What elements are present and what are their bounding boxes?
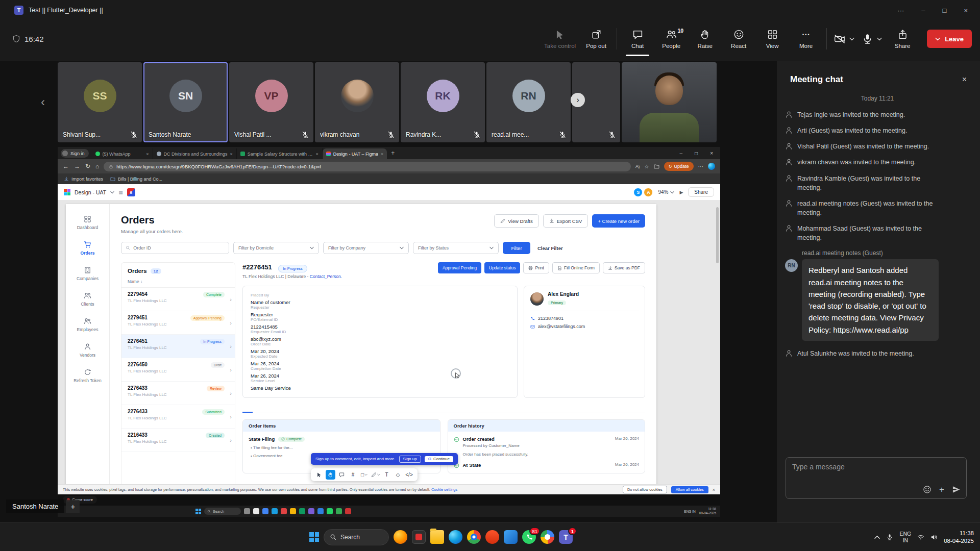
- canvas-scrollbar[interactable]: [716, 207, 719, 263]
- signup-button[interactable]: Sign up: [399, 456, 421, 463]
- comment-tool-icon[interactable]: [337, 470, 347, 480]
- update-status-button[interactable]: Update status: [484, 262, 520, 273]
- message-input[interactable]: [792, 463, 960, 471]
- save-as-pdf-button[interactable]: Save as PDF: [603, 262, 645, 273]
- shared-taskbar-icon[interactable]: [299, 508, 305, 514]
- sidebar-item-clients[interactable]: Clients: [81, 292, 94, 307]
- contact-email[interactable]: alex@vstatefilings.com: [530, 324, 639, 329]
- present-icon[interactable]: ▶: [679, 190, 683, 195]
- browser-update-button[interactable]: ↻Update: [664, 162, 694, 171]
- home-icon[interactable]: ⌂: [95, 163, 99, 170]
- taskbar-clock[interactable]: 11:38 08-04-2025: [944, 530, 974, 545]
- filter-apply-button[interactable]: Filter: [503, 242, 530, 254]
- back-icon[interactable]: ←: [63, 163, 69, 170]
- participant-tile[interactable]: vikram chavan: [315, 62, 399, 142]
- leave-options-chevron-icon[interactable]: [935, 37, 940, 41]
- order-row[interactable]: 2276451 TL Flex Holdings LLC In Progress…: [121, 335, 235, 358]
- tab-close-icon[interactable]: ×: [381, 152, 383, 157]
- close-button[interactable]: ×: [964, 7, 968, 14]
- cookie-close-icon[interactable]: ×: [713, 487, 715, 492]
- pen-tool-icon[interactable]: [371, 470, 380, 480]
- chrome-icon[interactable]: [467, 530, 481, 544]
- browser-tab[interactable]: (5) WhatsApp ×: [92, 148, 153, 159]
- shared-taskbar-icon[interactable]: [281, 508, 287, 514]
- react-button[interactable]: React: [725, 29, 752, 49]
- sidebar-item-dashboard[interactable]: Dashboard: [77, 215, 99, 230]
- browser-tab[interactable]: DC Divisions and Surroundings ×: [153, 148, 237, 159]
- shared-taskbar-icon[interactable]: [336, 508, 342, 514]
- figma-pages-icon[interactable]: ▦: [118, 190, 123, 195]
- shared-taskbar-icon[interactable]: [272, 508, 278, 514]
- firefox-icon[interactable]: [394, 530, 407, 544]
- detail-tab[interactable]: [263, 406, 273, 413]
- detail-tab[interactable]: [283, 406, 293, 413]
- collaborator-avatar[interactable]: S: [633, 188, 643, 197]
- tab-close-icon[interactable]: ×: [230, 152, 233, 157]
- order-id-input[interactable]: [133, 245, 225, 251]
- participant-tile[interactable]: SS Shivani Sup...: [58, 62, 142, 142]
- print-button[interactable]: Print: [523, 262, 549, 273]
- raise-hand-button[interactable]: Raise: [692, 29, 718, 49]
- strip-scroll-left-icon[interactable]: ‹: [41, 95, 45, 109]
- tray-expand-icon[interactable]: [874, 535, 880, 539]
- participant-tile[interactable]: RK Ravindra K...: [401, 62, 485, 142]
- chat-compose-box[interactable]: +: [786, 457, 967, 499]
- pop-out-button[interactable]: Pop out: [583, 29, 609, 49]
- view-button[interactable]: View: [759, 29, 786, 49]
- participant-tile[interactable]: VP Vishal Patil ...: [229, 62, 313, 142]
- presenter-add-button[interactable]: +: [66, 499, 80, 513]
- detail-tab[interactable]: [242, 406, 253, 413]
- attach-plus-icon[interactable]: +: [939, 485, 944, 494]
- forward-icon[interactable]: →: [74, 163, 80, 170]
- shared-start-icon[interactable]: [195, 509, 201, 514]
- import-favorites-button[interactable]: Import favorites: [64, 177, 103, 182]
- shape-tool-icon[interactable]: □: [359, 470, 369, 480]
- filter-domicile-select[interactable]: Filter by Domicile: [233, 242, 319, 254]
- name-column-header[interactable]: Name ↓: [121, 274, 235, 288]
- favorites-folder-item[interactable]: Bills | Billing and Co...: [110, 177, 162, 182]
- detail-tab[interactable]: [293, 406, 304, 413]
- figma-share-button[interactable]: Share: [688, 187, 714, 197]
- allow-cookies-button[interactable]: Allow all cookies: [671, 486, 708, 493]
- shared-taskbar-icon[interactable]: [317, 508, 324, 514]
- filter-status-select[interactable]: Filter by Status: [413, 242, 499, 254]
- order-row[interactable]: 2276450 TL Flex Holdings LLC Draft ›: [121, 358, 235, 382]
- start-button[interactable]: [309, 532, 319, 542]
- zoom-control[interactable]: 94%: [658, 189, 674, 195]
- component-tool-icon[interactable]: ◇: [393, 470, 403, 480]
- text-tool-icon[interactable]: T: [382, 470, 391, 480]
- teams-taskbar-icon[interactable]: T 1: [559, 530, 573, 544]
- approval-pending-button[interactable]: Approval Pending: [438, 262, 481, 273]
- shared-search[interactable]: Search: [204, 508, 241, 515]
- deny-cookies-button[interactable]: Do not allow cookies: [623, 486, 667, 493]
- strip-scroll-right-icon[interactable]: ›: [571, 93, 585, 107]
- figma-file-title[interactable]: Design - UAT: [75, 189, 106, 195]
- taskbar-search[interactable]: Search: [324, 529, 389, 545]
- browser-profile-button[interactable]: Sign in: [61, 149, 89, 158]
- camera-options-chevron-icon[interactable]: [849, 37, 854, 41]
- figma-menu-icon[interactable]: [64, 189, 70, 195]
- new-tab-button[interactable]: +: [391, 149, 395, 157]
- collaborator-avatar[interactable]: A: [644, 188, 653, 197]
- browser-more-icon[interactable]: ···: [698, 163, 704, 169]
- sidebar-item-employees[interactable]: Employees: [77, 317, 98, 332]
- order-row[interactable]: 2276433 TL Flex Holdings LLC Submitted ›: [121, 405, 235, 429]
- tab-close-icon[interactable]: ×: [146, 152, 149, 157]
- browser-close-button[interactable]: ×: [710, 151, 713, 156]
- edge-profile-icon[interactable]: [708, 163, 715, 170]
- browser-maximize-button[interactable]: □: [695, 151, 698, 156]
- file-explorer-icon[interactable]: [430, 530, 444, 544]
- read-aloud-icon[interactable]: A): [635, 164, 640, 169]
- sidebar-item-refresh-token[interactable]: Refresh Token: [74, 368, 102, 383]
- participant-tile[interactable]: RN read.ai mee...: [486, 62, 571, 142]
- participant-tile[interactable]: SN Santosh Narate: [143, 62, 228, 142]
- view-drafts-button[interactable]: View Drafts: [494, 214, 538, 228]
- collections-icon[interactable]: [654, 163, 659, 170]
- detail-tab[interactable]: [304, 406, 314, 413]
- whatsapp-icon[interactable]: 81: [522, 530, 536, 544]
- order-id-search[interactable]: [121, 242, 229, 254]
- shared-taskbar-icon[interactable]: [262, 508, 268, 514]
- mic-toggle[interactable]: [862, 33, 882, 45]
- chat-message-list[interactable]: Today 11:21 Tejas Ingle was invited to t…: [777, 91, 980, 451]
- shared-taskbar-icon[interactable]: [345, 508, 351, 514]
